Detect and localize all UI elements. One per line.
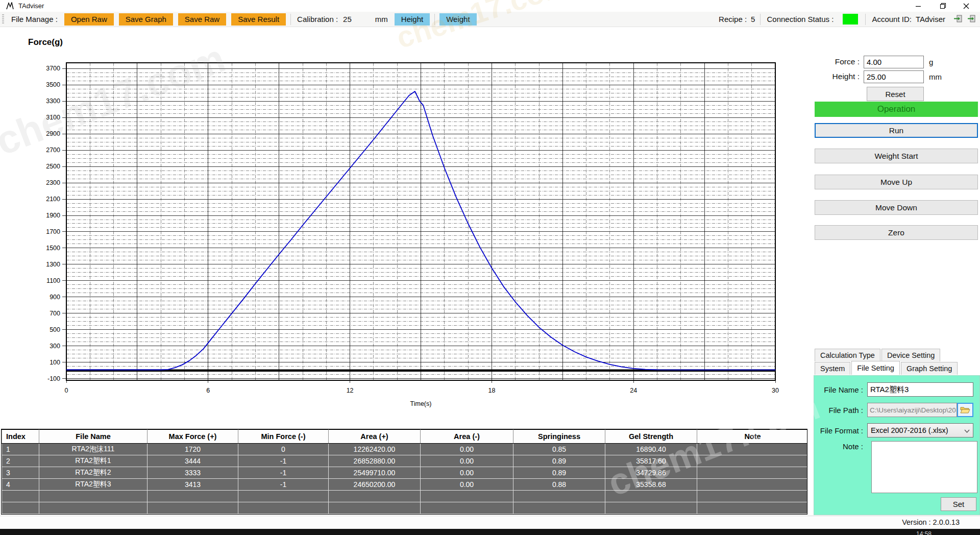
move-up-button[interactable]: Move Up	[815, 175, 978, 189]
run-button[interactable]: Run	[815, 123, 978, 138]
column-header[interactable]: File Name	[39, 430, 148, 444]
account-id-value: TAdviser	[916, 15, 945, 23]
column-header[interactable]: Area (+)	[329, 430, 421, 444]
toolbar-separator	[290, 14, 291, 25]
column-header[interactable]: Max Force (+)	[148, 430, 238, 444]
table-cell	[421, 491, 513, 502]
chevron-down-icon	[964, 426, 970, 434]
save-graph-button[interactable]: Save Graph	[119, 13, 173, 26]
save-raw-button[interactable]: Save Raw	[178, 13, 226, 26]
table-cell	[238, 491, 329, 502]
y-axis-tick-label: 2700	[46, 147, 60, 154]
table-cell	[513, 502, 605, 514]
file-setting-panel: File Name : File Path : C:\Users\aiyazij…	[814, 375, 980, 515]
table-cell: RTA2塑料2	[39, 467, 148, 479]
app-logo-icon	[6, 2, 15, 12]
tab-file-setting[interactable]: File Setting	[851, 361, 900, 375]
toolbar-grip	[2, 14, 4, 25]
table-cell	[605, 502, 697, 514]
tab-calculation-type[interactable]: Calculation Type	[815, 349, 880, 361]
table-cell: -1	[238, 479, 329, 491]
table-row[interactable]: 1RTA2泡沫1111720012262420.000.000.8516890.…	[2, 444, 808, 455]
x-axis-tick-label: 30	[772, 387, 779, 394]
column-header[interactable]: Springiness	[513, 430, 605, 444]
table-row[interactable]: 4RTA2塑料33413-124650200.000.000.8835358.6…	[2, 479, 808, 491]
file-manage-label: File Manage :	[11, 15, 58, 23]
table-cell: 0.89	[513, 455, 605, 467]
close-icon[interactable]	[955, 0, 977, 12]
control-panel: Force : g Height : mm Reset Operation Ru…	[813, 27, 980, 517]
table-cell: 1720	[148, 444, 238, 455]
file-format-dropdown[interactable]: Excel 2007-2016 (.xlsx)	[867, 423, 973, 437]
y-axis-tick-label: 3500	[46, 81, 60, 88]
restore-button[interactable]	[932, 0, 953, 12]
y-axis-tick-label: 1500	[46, 245, 60, 252]
table-row[interactable]: 3RTA2塑料23333-125499710.000.000.8934729.8…	[2, 467, 808, 479]
taskbar: 14:58	[0, 529, 980, 535]
table-empty-row[interactable]	[2, 502, 808, 514]
height-input[interactable]	[864, 70, 924, 83]
table-cell	[513, 491, 605, 502]
column-header[interactable]: Index	[2, 430, 39, 444]
force-input[interactable]	[864, 56, 924, 68]
browse-folder-button[interactable]	[957, 403, 973, 417]
window-title: TAdviser	[18, 2, 44, 10]
status-bar: Version : 2.0.0.13	[0, 516, 980, 529]
table-cell	[2, 491, 39, 502]
weight-start-button[interactable]: Weight Start	[815, 149, 978, 163]
table-row[interactable]: 2RTA2塑料13444-126852880.000.000.8935817.6…	[2, 455, 808, 467]
save-result-button[interactable]: Save Result	[231, 13, 286, 26]
table-cell	[148, 502, 238, 514]
account-id-label: Account ID:	[872, 15, 912, 23]
tab-system[interactable]: System	[815, 362, 850, 375]
tab-device-setting[interactable]: Device Setting	[881, 349, 941, 361]
calibration-value[interactable]: 25	[343, 15, 352, 23]
move-down-button[interactable]: Move Down	[815, 200, 978, 215]
table-cell: 16890.40	[605, 444, 697, 455]
table-cell: 3	[2, 467, 39, 479]
set-button[interactable]: Set	[941, 497, 976, 511]
file-path-label: File Path :	[814, 406, 867, 415]
note-textarea[interactable]	[871, 441, 977, 493]
table-cell	[697, 444, 808, 455]
table-cell	[329, 502, 421, 514]
y-axis-tick-label: 2500	[46, 163, 60, 170]
force-unit: g	[929, 58, 933, 66]
table-cell: 3444	[148, 455, 238, 467]
table-cell	[148, 491, 238, 502]
minimize-button[interactable]	[908, 0, 929, 12]
column-header[interactable]: Area (-)	[421, 430, 513, 444]
logout-icon[interactable]	[967, 14, 976, 25]
titlebar: TAdviser	[0, 0, 980, 12]
table-cell: 0.88	[513, 479, 605, 491]
y-axis-tick-label: 3100	[46, 114, 60, 121]
file-name-input[interactable]	[867, 382, 973, 397]
zero-button[interactable]: Zero	[815, 225, 978, 240]
table-cell	[697, 479, 808, 491]
table-cell: 2	[2, 455, 39, 467]
calibration-unit: mm	[375, 15, 388, 23]
x-axis-tick-label: 12	[347, 387, 354, 394]
table-cell: 4	[2, 479, 39, 491]
tab-graph-setting[interactable]: Graph Setting	[901, 362, 958, 375]
height-mode-button[interactable]: Height	[395, 13, 430, 26]
column-header[interactable]: Min Force (-)	[238, 430, 329, 444]
y-axis-tick-label: 1100	[46, 277, 60, 284]
y-axis-tick-label: 300	[50, 343, 60, 350]
table-cell	[697, 491, 808, 502]
login-icon[interactable]	[953, 14, 963, 25]
tab-row-2: System File Setting Graph Setting	[815, 362, 959, 376]
table-cell: 3333	[148, 467, 238, 479]
file-path-field: C:\Users\aiyaziji\Desktop\20	[867, 403, 957, 417]
table-empty-row[interactable]	[2, 491, 808, 502]
y-axis-tick-label: 700	[50, 310, 60, 317]
column-header[interactable]: Gel Strength	[605, 430, 697, 444]
file-name-label: File Name :	[814, 385, 867, 394]
x-axis-tick-label: 18	[488, 387, 495, 394]
reset-button[interactable]: Reset	[867, 87, 924, 101]
y-axis-tick-label: -100	[47, 375, 60, 382]
table-cell: RTA2塑料1	[39, 455, 148, 467]
open-raw-button[interactable]: Open Raw	[64, 13, 114, 26]
column-header[interactable]: Note	[697, 430, 808, 444]
weight-mode-button[interactable]: Weight	[439, 13, 476, 26]
